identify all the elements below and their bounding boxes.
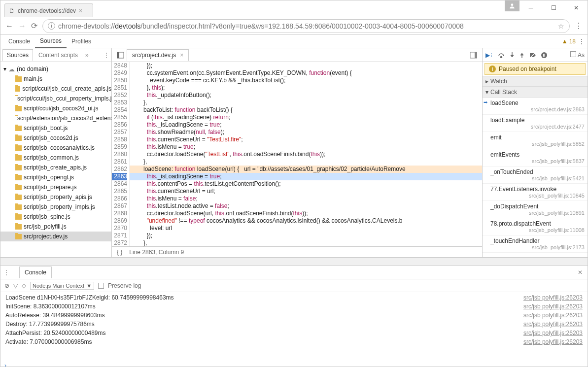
file-label: script/jsb_cocos2d.js xyxy=(24,134,78,141)
log-source-link[interactable]: src/jsb polyfill.js:26203 xyxy=(523,293,583,302)
minimize-button[interactable]: ─ xyxy=(519,0,542,15)
file-tab[interactable]: src/project.dev.js × xyxy=(127,49,189,61)
warnings-badge[interactable]: ▲ 18 xyxy=(562,38,576,45)
log-source-link[interactable]: src/jsb polyfill.js:26203 xyxy=(523,302,583,311)
tree-domain-row[interactable]: ▾ ☁ (no domain) xyxy=(0,64,111,74)
stack-frame[interactable]: emitsrc/jsb_polyfill.js:5852 xyxy=(483,132,588,149)
tree-file-row[interactable]: script/jsb_prepare.js xyxy=(0,182,111,192)
drawer-menu-icon[interactable]: ⋮ xyxy=(3,269,9,276)
subtab-sources[interactable]: Sources xyxy=(2,49,33,61)
watch-header[interactable]: ▸ Watch xyxy=(483,76,588,87)
reload-icon[interactable]: ⟳ xyxy=(31,21,37,31)
step-over-icon[interactable] xyxy=(498,52,505,58)
context-indicator-icon: ◇ xyxy=(22,282,26,289)
tree-file-row[interactable]: src/project.dev.js xyxy=(0,232,111,241)
file-tree[interactable]: ▾ ☁ (no domain) main.jsscript/ccui/jsb_c… xyxy=(0,62,111,257)
tree-file-row[interactable]: main.js xyxy=(0,74,111,84)
stack-frame[interactable]: loadExamplesrc/project.dev.js:2477 xyxy=(483,115,588,132)
stack-frame[interactable]: _onTouchEndedsrc/jsb_polyfill.js:5421 xyxy=(483,167,588,184)
window-controls: ─ ☐ ✕ xyxy=(519,0,588,15)
more-tabs-icon[interactable]: » xyxy=(85,52,89,59)
stack-frame[interactable]: 77.EventListeners.invokesrc/jsb_polyfill… xyxy=(483,184,588,201)
tab-sources[interactable]: Sources xyxy=(35,35,67,48)
svg-point-0 xyxy=(511,3,514,6)
url-path: /bundled/inspector.html?v8only=true&ws=1… xyxy=(140,22,463,30)
tree-file-row[interactable]: script/jsb_create_apis.js xyxy=(0,163,111,172)
context-selector[interactable]: Node.js Main Context ▼ xyxy=(30,282,94,290)
tree-file-row[interactable]: script/jsb_common.js xyxy=(0,153,111,163)
close-tab-icon[interactable]: × xyxy=(79,7,82,14)
async-checkbox[interactable]: As xyxy=(570,51,585,59)
stack-frame[interactable]: _doDispatchEventsrc/jsb_polyfill.js:1089… xyxy=(483,201,588,218)
tree-file-row[interactable]: src/jsb_polyfill.js xyxy=(0,222,111,232)
filter-icon[interactable]: ▽ xyxy=(13,282,18,289)
callstack-list[interactable]: loadScenesrc/project.dev.js:2863loadExam… xyxy=(483,98,588,257)
tree-file-row[interactable]: script/jsb_cocosanalytics.js xyxy=(0,143,111,153)
browser-tab[interactable]: 🗋 chrome-devtools://dev × xyxy=(4,3,93,17)
preserve-log-checkbox[interactable] xyxy=(98,283,104,289)
svg-point-5 xyxy=(501,56,502,58)
file-label: script/jsb_property_apis.js xyxy=(24,194,92,200)
console-output[interactable]: LoadScene d1NHXHs35F1rbFJZKeigkl: 60.745… xyxy=(0,292,588,362)
navigator-menu-icon[interactable]: ⋮ xyxy=(104,52,109,59)
tree-file-row[interactable]: script/ccui/jsb_ccui_create_apis.js xyxy=(0,84,111,94)
step-into-icon[interactable] xyxy=(510,52,515,58)
paused-banner: i Paused on breakpoint xyxy=(484,63,586,75)
maximize-button[interactable]: ☐ xyxy=(542,0,565,15)
deactivate-breakpoints-icon[interactable] xyxy=(529,52,536,58)
tab-console[interactable]: Console xyxy=(3,35,35,48)
star-icon[interactable]: ☆ xyxy=(558,22,564,30)
pause-exceptions-icon[interactable] xyxy=(541,52,547,58)
tree-file-row[interactable]: script/jsb_property_impls.js xyxy=(0,202,111,212)
tree-file-row[interactable]: script/jsb_opengl.js xyxy=(0,172,111,182)
horizontal-scrollbar[interactable] xyxy=(0,258,588,266)
devtools-menu-icon[interactable]: ⋮ xyxy=(579,38,585,45)
user-icon[interactable] xyxy=(505,0,519,11)
sources-navigator: Sources Content scripts » ⋮ ▾ ☁ (no doma… xyxy=(0,48,112,257)
code-editor: src/project.dev.js × 2848284928502851285… xyxy=(112,48,483,257)
tree-file-row[interactable]: script/jsb_boot.js xyxy=(0,123,111,133)
toggle-navigator-icon[interactable] xyxy=(114,52,127,59)
stack-frame[interactable]: loadScenesrc/project.dev.js:2863 xyxy=(483,98,588,115)
file-label: script/jsb_common.js xyxy=(24,154,79,161)
subtab-content-scripts[interactable]: Content scripts xyxy=(34,49,82,61)
close-file-icon[interactable]: × xyxy=(180,52,183,59)
tree-file-row[interactable]: script/jsb_property_apis.js xyxy=(0,192,111,202)
run-snippet-icon[interactable] xyxy=(467,52,480,59)
close-drawer-icon[interactable]: ✕ xyxy=(576,269,585,276)
log-source-link[interactable]: src/jsb polyfill.js:26203 xyxy=(523,329,583,337)
callstack-header[interactable]: ▾ Call Stack xyxy=(483,87,588,98)
tree-file-row[interactable]: script/extension/jsb_cocos2d_extension.j… xyxy=(0,113,111,123)
step-out-icon[interactable] xyxy=(519,52,524,58)
code-area[interactable]: 2848284928502851285228532854285528562857… xyxy=(112,62,482,246)
tree-file-row[interactable]: script/jsb_spine.js xyxy=(0,212,111,222)
tree-file-row[interactable]: script/ccui/jsb_cocos2d_ui.js xyxy=(0,103,111,113)
drawer-tab-console[interactable]: Console xyxy=(19,267,52,278)
console-toolbar: ⊘ ▽ ◇ Node.js Main Context ▼ Preserve lo… xyxy=(0,279,588,292)
braces-icon[interactable]: { } xyxy=(117,249,122,256)
svg-point-12 xyxy=(541,52,547,58)
stack-frame[interactable]: _touchEndHandlersrc/jsb_polyfill.js:2173 xyxy=(483,235,588,253)
sources-panel: Sources Content scripts » ⋮ ▾ ☁ (no doma… xyxy=(0,48,588,258)
folder-icon xyxy=(15,195,22,200)
tab-title: chrome-devtools://dev xyxy=(18,7,76,14)
info-icon[interactable]: i xyxy=(48,22,55,30)
stack-frame[interactable]: emitEventssrc/jsb_polyfill.js:5837 xyxy=(483,149,588,167)
expand-icon[interactable]: ▾ xyxy=(3,66,6,72)
clear-console-icon[interactable]: ⊘ xyxy=(4,282,9,289)
close-window-button[interactable]: ✕ xyxy=(565,0,588,15)
tree-file-row[interactable]: script/ccui/jsb_ccui_property_impls.js xyxy=(0,94,111,103)
log-source-link[interactable]: src/jsb polyfill.js:26203 xyxy=(523,311,583,320)
tree-file-row[interactable]: script/jsb_cocos2d.js xyxy=(0,133,111,143)
browser-menu-icon[interactable]: ⋮ xyxy=(575,21,583,31)
log-source-link[interactable]: src/jsb polyfill.js:26203 xyxy=(523,337,583,346)
log-source-link[interactable]: src/jsb polyfill.js:26203 xyxy=(523,320,583,329)
line-gutter[interactable]: 2848284928502851285228532854285528562857… xyxy=(112,62,130,246)
tab-profiles[interactable]: Profiles xyxy=(67,35,96,48)
stack-frame[interactable]: 78.proto.dispatchEventsrc/jsb_polyfill.j… xyxy=(483,218,588,235)
code-lines[interactable]: }); cc.systemEvent.on(cc.SystemEvent.Eve… xyxy=(130,62,482,246)
console-prompt[interactable]: › xyxy=(0,362,588,367)
back-icon[interactable]: ← xyxy=(5,22,13,31)
resume-icon[interactable]: ▶⸽ xyxy=(485,52,493,59)
url-input[interactable]: i chrome-devtools://devtools/bundled/ins… xyxy=(42,19,570,33)
